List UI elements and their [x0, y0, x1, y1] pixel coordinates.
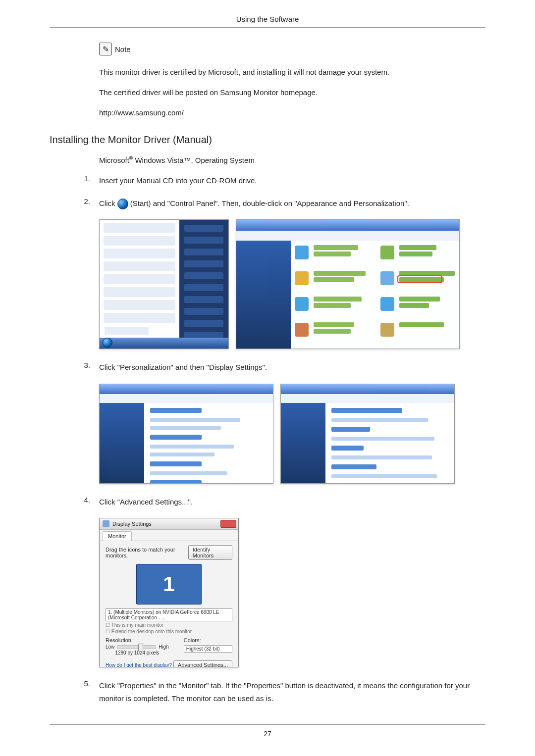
cp-category	[378, 295, 453, 318]
cp-category-appearance	[378, 269, 453, 292]
step-4-number: 4.	[79, 496, 90, 508]
taskbar-start-orb-icon	[103, 338, 112, 348]
slider-low: Low	[106, 644, 114, 650]
step-4-text: Click "Advanced Settings...".	[99, 496, 485, 508]
colors-select[interactable]: Highest (32 bit)	[184, 645, 232, 653]
colors-label: Colors:	[184, 637, 232, 643]
step-2-text: Click (Start) and "Control Panel". Then,…	[99, 197, 485, 210]
drag-label: Drag the icons to match your monitors.	[106, 547, 188, 558]
appearance-highlight	[398, 276, 441, 282]
monitor-device-select[interactable]: 1. (Multiple Monitors) on NVIDIA GeForce…	[106, 608, 232, 621]
step-1-number: 1.	[79, 174, 90, 187]
note-line-1: This monitor driver is certified by Micr…	[99, 65, 485, 79]
resolution-slider[interactable]	[117, 645, 156, 649]
cp-category	[293, 295, 367, 318]
resolution-value: 1280 by 1024 pixels	[106, 650, 169, 655]
main-monitor-checkbox[interactable]: ☐ This is my main monitor	[106, 622, 232, 628]
close-icon[interactable]	[220, 520, 236, 528]
advanced-settings-button[interactable]: Advanced Settings...	[173, 660, 232, 667]
header-rule	[50, 27, 485, 28]
step-2-number: 2.	[79, 197, 90, 210]
step-4-figures: Display Settings Monitor Drag the icons …	[99, 518, 485, 667]
step-3-figures	[99, 384, 485, 484]
cp-category	[293, 269, 367, 292]
display-settings-title: Display Settings	[112, 521, 152, 527]
monitor-preview: 1	[136, 564, 202, 605]
step-2-pre: Click	[99, 199, 117, 207]
figure-appearance-personalization	[99, 384, 273, 484]
os-line: Microsoft® Windows Vista™, Operating Sys…	[99, 155, 485, 164]
step-5-text: Click "Properties" in the "Monitor" tab.…	[99, 679, 485, 705]
os-mid: Windows Vista™	[133, 156, 191, 164]
note-line-2: The certified driver will be posted on S…	[99, 86, 485, 99]
start-orb-icon	[117, 199, 128, 209]
note-line-3: http://www.samsung.com/	[99, 106, 485, 119]
page-number: 27	[50, 730, 485, 738]
note-body: This monitor driver is certified by Micr…	[99, 65, 485, 119]
figure-display-settings: Display Settings Monitor Drag the icons …	[99, 518, 239, 667]
cp-category	[293, 321, 367, 344]
figure-control-panel	[236, 219, 460, 349]
tab-monitor[interactable]: Monitor	[103, 531, 132, 541]
cp-category	[378, 321, 453, 344]
step-2-figures	[99, 219, 485, 349]
os-suffix: , Operating System	[191, 156, 254, 164]
step-1-text: Insert your Manual CD into your CD-ROM d…	[99, 174, 485, 187]
slider-high: High	[159, 644, 169, 650]
step-3-number: 3.	[79, 361, 90, 374]
identify-monitors-button[interactable]: Identify Monitors	[188, 545, 232, 560]
figure-personalization	[280, 384, 455, 484]
best-display-link[interactable]: How do I get the best display?	[106, 662, 172, 668]
figure-start-menu	[99, 219, 229, 349]
cp-category	[378, 244, 453, 266]
step-5-number: 5.	[79, 679, 90, 705]
running-header: Using the Software	[50, 15, 485, 23]
extend-desktop-checkbox[interactable]: ☐ Extend the desktop onto this monitor	[106, 629, 232, 634]
os-prefix: Microsoft	[99, 156, 129, 164]
footer-rule	[50, 724, 485, 725]
display-settings-icon	[103, 520, 109, 527]
step-3-text: Click "Personalization" and then "Displa…	[99, 361, 485, 374]
all-programs-item	[105, 327, 149, 335]
section-heading: Installing the Monitor Driver (Manual)	[50, 134, 485, 146]
cp-category	[293, 244, 367, 266]
note-icon: ✎	[99, 43, 112, 55]
step-2-post: (Start) and "Control Panel". Then, doubl…	[130, 199, 409, 207]
note-block: ✎ Note	[99, 43, 485, 55]
resolution-label: Resolution:	[106, 637, 169, 643]
note-label: Note	[115, 45, 131, 53]
